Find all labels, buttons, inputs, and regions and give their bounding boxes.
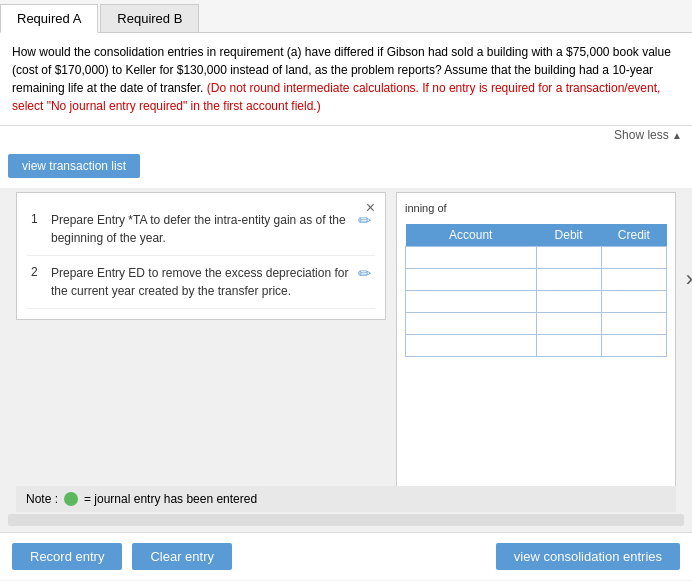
popup-item-1-text: Prepare Entry *TA to defer the intra-ent… <box>51 211 350 247</box>
account-input-2[interactable] <box>410 274 532 286</box>
credit-cell[interactable] <box>601 291 666 313</box>
debit-cell[interactable] <box>536 269 601 291</box>
account-cell[interactable] <box>406 335 537 357</box>
note-area: Note : = journal entry has been entered <box>16 486 676 512</box>
credit-input-5[interactable] <box>606 340 662 352</box>
debit-input-4[interactable] <box>541 318 597 330</box>
content-wrapper: × 1 Prepare Entry *TA to defer the intra… <box>16 192 676 512</box>
credit-cell[interactable] <box>601 335 666 357</box>
table-row <box>406 269 667 291</box>
tab-required-a[interactable]: Required A <box>0 4 98 33</box>
question-area: How would the consolidation entries in r… <box>0 33 692 126</box>
popup-item-2-num: 2 <box>31 264 51 279</box>
credit-cell[interactable] <box>601 313 666 335</box>
debit-input-1[interactable] <box>541 252 597 264</box>
scrollbar[interactable] <box>8 514 684 526</box>
journal-description: inning of <box>405 201 667 216</box>
main-content: × 1 Prepare Entry *TA to defer the intra… <box>0 188 692 532</box>
debit-cell[interactable] <box>536 247 601 269</box>
debit-input-5[interactable] <box>541 340 597 352</box>
top-tabs-container: Required A Required B <box>0 0 692 33</box>
clear-entry-button[interactable]: Clear entry <box>132 543 232 570</box>
view-consolidation-entries-button[interactable]: view consolidation entries <box>496 543 680 570</box>
col-header-credit: Credit <box>601 224 666 247</box>
journal-entry-panel: inning of Account Debit Credit <box>396 192 676 502</box>
note-prefix: Note : <box>26 492 58 506</box>
popup-item-1-num: 1 <box>31 211 51 226</box>
account-cell[interactable] <box>406 291 537 313</box>
popup-item-2: 2 Prepare Entry ED to remove the excess … <box>27 256 375 309</box>
account-cell[interactable] <box>406 247 537 269</box>
action-buttons-area: Record entry Clear entry view consolidat… <box>0 532 692 580</box>
popup-item-2-text: Prepare Entry ED to remove the excess de… <box>51 264 350 300</box>
col-header-debit: Debit <box>536 224 601 247</box>
debit-cell[interactable] <box>536 291 601 313</box>
show-less-area: Show less ▲ <box>0 126 692 146</box>
table-row <box>406 335 667 357</box>
account-cell[interactable] <box>406 269 537 291</box>
arrow-up-icon: ▲ <box>672 130 682 141</box>
popup-close-button[interactable]: × <box>366 199 375 217</box>
credit-input-1[interactable] <box>606 252 662 264</box>
debit-input-3[interactable] <box>541 296 597 308</box>
journal-area: inning of Account Debit Credit <box>397 193 675 365</box>
credit-cell[interactable] <box>601 247 666 269</box>
table-row <box>406 291 667 313</box>
account-cell[interactable] <box>406 313 537 335</box>
debit-input-2[interactable] <box>541 274 597 286</box>
credit-input-3[interactable] <box>606 296 662 308</box>
table-row <box>406 247 667 269</box>
journal-table: Account Debit Credit <box>405 224 667 357</box>
account-input-5[interactable] <box>410 340 532 352</box>
account-input-1[interactable] <box>410 252 532 264</box>
account-input-3[interactable] <box>410 296 532 308</box>
popup-panel: × 1 Prepare Entry *TA to defer the intra… <box>16 192 386 320</box>
show-less-link[interactable]: Show less <box>614 128 669 142</box>
chevron-right-icon[interactable]: › <box>686 266 692 292</box>
debit-cell[interactable] <box>536 313 601 335</box>
table-row <box>406 313 667 335</box>
popup-item-1: 1 Prepare Entry *TA to defer the intra-e… <box>27 203 375 256</box>
record-entry-button[interactable]: Record entry <box>12 543 122 570</box>
debit-cell[interactable] <box>536 335 601 357</box>
col-header-account: Account <box>406 224 537 247</box>
green-dot-icon <box>64 492 78 506</box>
account-input-4[interactable] <box>410 318 532 330</box>
credit-cell[interactable] <box>601 269 666 291</box>
credit-input-4[interactable] <box>606 318 662 330</box>
tab-required-b[interactable]: Required B <box>100 4 199 32</box>
view-transaction-list-button[interactable]: view transaction list <box>8 154 140 178</box>
note-text: = journal entry has been entered <box>84 492 257 506</box>
popup-item-2-edit-icon[interactable]: ✏ <box>358 264 371 283</box>
credit-input-2[interactable] <box>606 274 662 286</box>
